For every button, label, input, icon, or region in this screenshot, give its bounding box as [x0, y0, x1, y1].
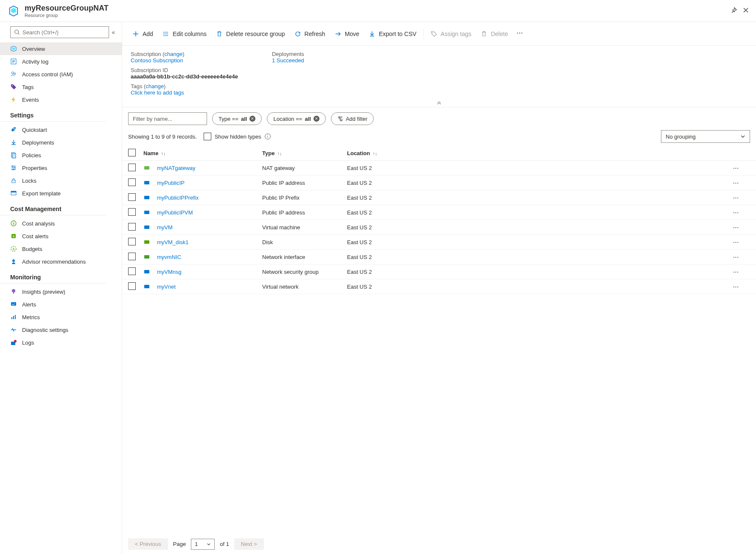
nav-activity-log[interactable]: Activity log	[0, 55, 122, 68]
svg-point-3	[14, 73, 16, 75]
collapse-sidebar-icon[interactable]: «	[112, 29, 115, 36]
add-tags-link[interactable]: Click here to add tags	[131, 89, 184, 96]
resource-link[interactable]: myPublicIP	[157, 180, 185, 186]
collapse-essentials-button[interactable]	[122, 101, 756, 107]
svg-rect-40	[144, 270, 149, 273]
row-checkbox[interactable]	[128, 282, 136, 290]
table-row[interactable]: myPublicIPPrefix Public IP Prefix East U…	[122, 190, 756, 205]
col-type-header[interactable]: Type↑↓	[262, 150, 347, 156]
row-more-icon[interactable]: ···	[733, 254, 739, 260]
resource-location: East US 2	[347, 269, 733, 275]
nav-deployments[interactable]: Deployments	[0, 136, 122, 149]
assign-tags-button[interactable]: Assign tags	[426, 28, 476, 40]
table-row[interactable]: myPublicIP Public IP address East US 2 ·…	[122, 175, 756, 190]
svg-rect-7	[12, 153, 16, 158]
row-more-icon[interactable]: ···	[733, 269, 739, 275]
table-row[interactable]: myvmNIC Network interface East US 2 ···	[122, 250, 756, 264]
nav-insights[interactable]: Insights (preview)	[0, 285, 122, 298]
row-checkbox[interactable]	[128, 164, 136, 171]
col-location-header[interactable]: Location↑↓	[347, 150, 733, 156]
next-button[interactable]: Next >	[234, 538, 264, 550]
info-icon[interactable]: i	[265, 134, 271, 139]
nav-events[interactable]: Events	[0, 93, 122, 106]
resource-link[interactable]: myVnet	[157, 284, 176, 290]
resource-link[interactable]: myNATgateway	[157, 165, 196, 171]
table-row[interactable]: myVM_disk1 Disk East US 2 ···	[122, 235, 756, 250]
edit-columns-button[interactable]: Edit columns	[158, 28, 211, 40]
prev-button[interactable]: < Previous	[128, 538, 168, 550]
row-checkbox[interactable]	[128, 223, 136, 231]
export-csv-button[interactable]: Export to CSV	[364, 28, 421, 40]
resource-link[interactable]: myPublicIPPrefix	[157, 195, 199, 201]
table-row[interactable]: myVnet Virtual network East US 2 ···	[122, 279, 756, 294]
nav-diagnostic[interactable]: Diagnostic settings	[0, 323, 122, 336]
show-hidden-checkbox[interactable]	[204, 133, 211, 140]
change-subscription-link[interactable]: change	[164, 51, 182, 57]
delete-button[interactable]: Delete	[476, 28, 512, 40]
search-input[interactable]	[10, 26, 109, 38]
nav-quickstart[interactable]: Quickstart	[0, 123, 122, 136]
move-button[interactable]: Move	[330, 28, 364, 40]
close-icon[interactable]	[742, 7, 749, 15]
resource-link[interactable]: myVM_disk1	[157, 239, 188, 245]
col-name-header[interactable]: Name↑↓	[143, 150, 262, 156]
row-checkbox[interactable]	[128, 208, 136, 216]
row-checkbox[interactable]	[128, 238, 136, 245]
clear-type-icon[interactable]: ✕	[249, 116, 255, 122]
page-dropdown[interactable]: 1	[191, 539, 215, 550]
table-row[interactable]: myNATgateway NAT gateway East US 2 ···	[122, 161, 756, 175]
type-filter-pill[interactable]: Type == all✕	[212, 112, 262, 125]
row-more-icon[interactable]: ···	[733, 284, 739, 290]
nav-policies[interactable]: Policies	[0, 149, 122, 161]
nav-export-template[interactable]: Export template	[0, 187, 122, 200]
nav-logs[interactable]: Logs	[0, 336, 122, 349]
row-checkbox[interactable]	[128, 193, 136, 201]
resource-location: East US 2	[347, 209, 733, 216]
row-more-icon[interactable]: ···	[733, 180, 739, 186]
row-checkbox[interactable]	[128, 267, 136, 275]
more-button[interactable]	[513, 27, 526, 40]
row-more-icon[interactable]: ···	[733, 239, 739, 245]
nav-locks[interactable]: Locks	[0, 174, 122, 187]
add-filter-button[interactable]: Add filter	[331, 112, 374, 125]
nav-cost-alerts[interactable]: $Cost alerts	[0, 230, 122, 242]
row-more-icon[interactable]: ···	[733, 165, 739, 171]
nav-metrics[interactable]: Metrics	[0, 311, 122, 323]
refresh-button[interactable]: Refresh	[290, 28, 330, 40]
clear-location-icon[interactable]: ✕	[314, 116, 319, 122]
svg-rect-34	[144, 181, 149, 184]
nav-overview[interactable]: Overview	[0, 42, 122, 55]
table-row[interactable]: myVMnsg Network security group East US 2…	[122, 264, 756, 279]
nav-advisor[interactable]: Advisor recommendations	[0, 255, 122, 268]
grouping-dropdown[interactable]: No grouping	[661, 130, 750, 143]
resource-link[interactable]: myVM	[157, 224, 173, 231]
resource-link[interactable]: myPublicIPVM	[157, 209, 193, 216]
deployments-link[interactable]: 1 Succeeded	[272, 57, 304, 64]
resource-type: Network security group	[262, 269, 347, 275]
nav-alerts[interactable]: Alerts	[0, 298, 122, 311]
delete-rg-button[interactable]: Delete resource group	[212, 28, 289, 40]
change-tags-link[interactable]: change	[146, 83, 164, 89]
table-row[interactable]: myPublicIPVM Public IP address East US 2…	[122, 205, 756, 220]
table-row[interactable]: myVM Virtual machine East US 2 ···	[122, 220, 756, 235]
svg-rect-41	[144, 285, 149, 288]
nav-cost-analysis[interactable]: $Cost analysis	[0, 217, 122, 230]
resource-link[interactable]: myvmNIC	[157, 254, 181, 260]
nav-tags[interactable]: Tags	[0, 81, 122, 93]
pin-icon[interactable]	[731, 7, 737, 15]
row-more-icon[interactable]: ···	[733, 209, 739, 216]
row-more-icon[interactable]: ···	[733, 224, 739, 231]
select-all-checkbox[interactable]	[128, 149, 136, 156]
filter-name-input[interactable]	[128, 112, 207, 125]
svg-text:$: $	[13, 247, 15, 251]
row-checkbox[interactable]	[128, 178, 136, 186]
nav-budgets[interactable]: $Budgets	[0, 242, 122, 255]
nav-iam[interactable]: Access control (IAM)	[0, 68, 122, 81]
subscription-link[interactable]: Contoso Subscription	[131, 57, 183, 64]
nav-properties[interactable]: Properties	[0, 161, 122, 174]
location-filter-pill[interactable]: Location == all✕	[267, 112, 325, 125]
row-checkbox[interactable]	[128, 253, 136, 260]
resource-link[interactable]: myVMnsg	[157, 269, 182, 275]
add-button[interactable]: Add	[128, 28, 157, 40]
row-more-icon[interactable]: ···	[733, 195, 739, 201]
